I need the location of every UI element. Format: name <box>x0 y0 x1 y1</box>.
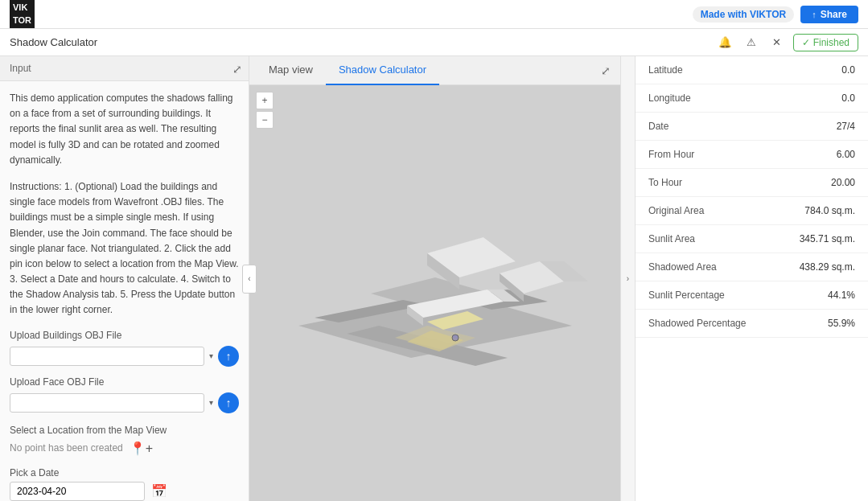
result-label: To Hour <box>648 177 682 188</box>
app-title: Shadow Calculator <box>10 36 97 48</box>
warning-icon-button[interactable]: ⚠ <box>742 33 761 52</box>
result-row: Original Area 784.0 sq.m. <box>636 197 868 225</box>
result-label: From Hour <box>648 149 694 160</box>
date-input[interactable] <box>10 482 145 501</box>
result-row: From Hour 6.00 <box>636 141 868 169</box>
result-label: Shadowed Percentage <box>648 318 746 329</box>
result-label: Original Area <box>648 205 704 216</box>
date-label: Pick a Date <box>10 467 239 478</box>
made-with-badge: Made with VIKTOR <box>693 6 794 23</box>
tab-map-view[interactable]: Map view <box>256 56 326 85</box>
panel-header: Input ⤢ <box>0 56 249 81</box>
result-value: 345.71 sq.m. <box>800 233 855 244</box>
description-text: This demo application computes the shado… <box>10 91 239 168</box>
date-row: 📅 <box>10 482 239 501</box>
zoom-in-button[interactable]: + <box>256 92 274 109</box>
left-panel: Input ⤢ This demo application computes t… <box>0 56 249 501</box>
collapse-right-button[interactable]: › <box>620 56 635 501</box>
tab-shadow-calculator[interactable]: Shadow Calculator <box>326 56 439 85</box>
map-nav: + − <box>256 92 274 129</box>
result-value: 44.1% <box>828 290 855 301</box>
dropdown-arrow-face-icon: ▾ <box>209 398 213 407</box>
instructions-text: Instructions: 1. (Optional) Load the bui… <box>10 179 239 318</box>
result-label: Sunlit Percentage <box>648 290 725 301</box>
finished-button[interactable]: ✓ Finished <box>793 34 858 51</box>
scene-svg <box>266 165 604 422</box>
map-view-area[interactable]: + − <box>249 85 620 501</box>
upload-face-row: ▾ ↑ <box>10 392 239 413</box>
result-row: Longitude 0.0 <box>636 84 868 113</box>
upload-face-button[interactable]: ↑ <box>218 392 239 413</box>
share-icon: ↑ <box>812 10 817 19</box>
main-layout: Input ⤢ This demo application computes t… <box>0 56 868 501</box>
upload-buildings-row: ▾ ↑ <box>10 346 239 367</box>
result-value: 0.0 <box>841 92 855 104</box>
location-label: Select a Location from the Map View <box>10 425 239 436</box>
tabs-bar: Map view Shadow Calculator ⤢ <box>249 56 620 85</box>
no-point-text: No point has been created <box>10 442 123 454</box>
result-label: Latitude <box>648 64 683 76</box>
sub-nav: Shadow Calculator 🔔 ⚠ ✕ ✓ Finished <box>0 29 868 56</box>
result-row: Sunlit Area 345.71 sq.m. <box>636 225 868 253</box>
result-row: Latitude 0.0 <box>636 56 868 84</box>
result-label: Shadowed Area <box>648 261 717 273</box>
expand-icon[interactable]: ⤢ <box>232 63 242 76</box>
result-row: Sunlit Percentage 44.1% <box>636 281 868 310</box>
upload-face-icon: ↑ <box>226 396 232 409</box>
buildings-file-select[interactable] <box>10 347 204 366</box>
result-label: Sunlit Area <box>648 233 695 244</box>
zoom-out-button[interactable]: − <box>256 111 274 129</box>
right-panel: Latitude 0.0 Longitude 0.0 Date 27/4 Fro… <box>635 56 868 501</box>
result-row: To Hour 20.00 <box>636 169 868 197</box>
checkmark-icon: ✓ <box>802 37 810 48</box>
share-button[interactable]: ↑ Share <box>800 6 858 23</box>
result-value: 0.0 <box>841 64 855 76</box>
sub-nav-icons: 🔔 ⚠ ✕ ✓ Finished <box>716 33 858 52</box>
logo: VIKTOR <box>10 0 38 28</box>
face-file-select[interactable] <box>10 393 204 413</box>
result-label: Longitude <box>648 92 691 104</box>
close-icon-button[interactable]: ✕ <box>767 33 787 52</box>
dropdown-arrow-icon: ▾ <box>209 351 213 360</box>
calendar-button[interactable]: 📅 <box>151 483 167 499</box>
panel-content: This demo application computes the shado… <box>0 81 249 501</box>
center-panel: Map view Shadow Calculator ⤢ + − <box>249 56 620 501</box>
upload-buildings-label: Upload Buildings OBJ File <box>10 330 239 341</box>
result-row: Shadowed Area 438.29 sq.m. <box>636 253 868 281</box>
results-content: Latitude 0.0 Longitude 0.0 Date 27/4 Fro… <box>636 56 868 501</box>
logo-box: VIKTOR <box>10 0 35 28</box>
add-pin-button[interactable]: 📍+ <box>130 441 153 456</box>
collapse-panel-button[interactable]: ‹ <box>242 265 257 294</box>
top-nav: VIKTOR Made with VIKTOR ↑ Share <box>0 0 868 29</box>
result-row: Shadowed Percentage 55.9% <box>636 310 868 338</box>
upload-buildings-button[interactable]: ↑ <box>218 346 239 367</box>
result-row: Date 27/4 <box>636 113 868 141</box>
upload-icon: ↑ <box>226 350 232 363</box>
result-value: 6.00 <box>837 149 855 160</box>
result-value: 55.9% <box>828 318 855 329</box>
nav-right: Made with VIKTOR ↑ Share <box>693 6 858 23</box>
result-label: Date <box>648 121 668 132</box>
result-value: 20.00 <box>831 177 855 188</box>
result-value: 784.0 sq.m. <box>804 205 855 216</box>
result-value: 27/4 <box>837 121 855 132</box>
expand-view-icon[interactable]: ⤢ <box>598 61 614 80</box>
no-point-row: No point has been created 📍+ <box>10 441 239 456</box>
result-value: 438.29 sq.m. <box>800 261 855 273</box>
svg-point-17 <box>452 335 459 341</box>
bell-icon-button[interactable]: 🔔 <box>716 33 735 52</box>
upload-face-label: Upload Face OBJ File <box>10 376 239 388</box>
